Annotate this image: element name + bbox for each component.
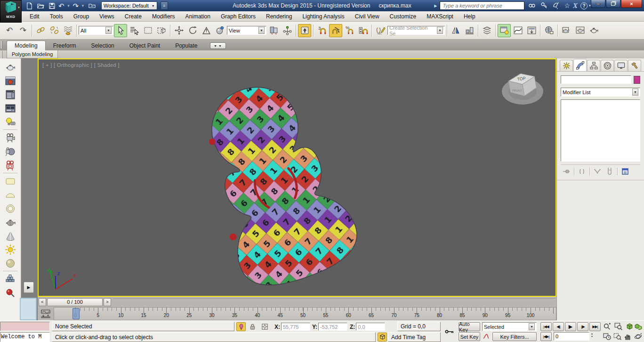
snaps-toggle-3d-icon[interactable]: 3 [315, 24, 329, 37]
render-setup-dialog-icon[interactable] [2, 88, 18, 101]
edit-named-selection-sets-icon[interactable]: {}ABC [374, 24, 387, 37]
communication-center-icon[interactable] [552, 1, 561, 10]
ribbon-tab-freeform[interactable]: Freeform [46, 41, 84, 50]
sign-in-key-icon[interactable] [539, 1, 549, 10]
x-coord-field[interactable] [281, 323, 310, 331]
workspace-dropdown[interactable]: Workspace: Default ▼ [101, 1, 157, 10]
auto-key-button[interactable]: Auto Key [459, 322, 480, 331]
select-and-rotate-icon[interactable] [186, 24, 199, 37]
macro-recorder-pane[interactable] [0, 322, 50, 331]
tab-utilities[interactable] [628, 60, 641, 71]
time-slider-prev-button[interactable]: < [39, 298, 46, 306]
search-input[interactable] [440, 1, 524, 10]
add-time-tag[interactable]: Add Time Tag [388, 332, 441, 342]
undo-scene-icon[interactable]: ↶ [3, 24, 16, 37]
select-and-manipulate-icon[interactable] [213, 24, 226, 37]
selection-lock-toggle[interactable] [248, 322, 257, 331]
z-coord-field[interactable] [356, 323, 385, 331]
modifier-list-dropdown[interactable]: Modifier List ▼ [561, 88, 640, 97]
violin-model[interactable] [184, 69, 366, 296]
frame-spinner-down-icon[interactable]: ▼ [591, 335, 593, 338]
current-frame-field[interactable] [554, 332, 589, 341]
select-by-name-icon[interactable] [128, 24, 141, 37]
object-color-swatch[interactable] [634, 76, 640, 84]
orbit-view-icon[interactable] [633, 332, 644, 341]
window-crossing-toggle-icon[interactable] [155, 24, 168, 37]
zoom-tool-icon[interactable] [602, 322, 612, 331]
menu-animation[interactable]: Animation [180, 13, 216, 20]
reference-coordinate-dropdown[interactable]: View ▼ [227, 26, 266, 35]
viewcube[interactable]: TOP FRONT [498, 66, 547, 109]
tab-motion[interactable] [601, 60, 614, 71]
redo-scene-icon[interactable]: ↷ [16, 24, 30, 37]
time-configuration-icon[interactable] [602, 332, 612, 341]
ribbon-tab-object-paint[interactable]: Object Paint [122, 41, 168, 50]
rectangular-selection-region-icon[interactable] [141, 24, 154, 37]
restore-button[interactable] [606, 0, 620, 8]
sun-light-icon[interactable] [2, 243, 18, 256]
menu-group[interactable]: Group [68, 13, 94, 20]
mini-listener-pane[interactable]: Welcome to M [0, 332, 50, 342]
time-tag-cube-icon[interactable] [378, 333, 387, 342]
ribbon-tab-modeling[interactable]: Modeling [7, 41, 46, 50]
plane-primitive-icon[interactable] [2, 174, 18, 188]
cone-primitive-icon[interactable] [2, 229, 18, 243]
default-in-out-tangents-icon[interactable] [481, 332, 491, 341]
search-collapse-icon[interactable]: ▶ [434, 4, 437, 8]
named-selection-sets-dropdown[interactable]: Create Selection Se ▼ [387, 26, 445, 35]
redo-icon[interactable]: ↷ [73, 2, 79, 9]
show-end-result-icon[interactable] [576, 167, 588, 176]
previous-frame-button[interactable]: ◀|| [553, 322, 564, 331]
open-file-icon[interactable] [36, 1, 45, 10]
timeline-playhead[interactable] [72, 308, 80, 319]
new-file-icon[interactable] [24, 1, 34, 10]
selection-filter-dropdown[interactable]: All ▼ [79, 26, 113, 35]
viewport-orthographic[interactable]: [ + ] [ Orthographic ] [ Shaded ] 123456… [38, 58, 556, 297]
menu-tools[interactable]: Tools [45, 13, 68, 20]
make-unique-icon[interactable] [592, 167, 603, 176]
schematic-view-icon[interactable] [525, 24, 538, 37]
menu-views[interactable]: Views [94, 13, 120, 20]
field-of-view-region-icon[interactable] [612, 332, 623, 341]
scene-canvas[interactable]: 1234567812345678123456781234567812345678… [39, 59, 555, 296]
select-and-link-icon[interactable] [34, 24, 47, 37]
time-slider-next-button[interactable]: > [104, 298, 111, 306]
set-key-button[interactable]: Set Key [459, 332, 480, 341]
next-frame-button[interactable]: ||▶ [577, 322, 588, 331]
teapot-primitive-icon[interactable] [2, 215, 18, 229]
key-filters-button[interactable]: Key Filters... [492, 332, 537, 341]
redo-flyout-arrow[interactable]: ▼ [81, 4, 85, 8]
environment-dialog-icon[interactable] [2, 101, 18, 115]
polygon-modeling-panel-tab[interactable]: Polygon Modeling [7, 50, 58, 58]
left-strip-expand-button[interactable]: ▶ [24, 282, 34, 293]
remove-modifier-icon[interactable] [604, 167, 615, 176]
select-and-move-icon[interactable] [172, 24, 185, 37]
align-icon[interactable] [463, 24, 476, 37]
free-camera-icon[interactable] [2, 131, 18, 145]
menu-maxscript[interactable]: MAXScript [421, 13, 459, 20]
render-setup-icon[interactable] [542, 24, 555, 37]
tab-create[interactable] [560, 60, 573, 71]
menu-civil-view[interactable]: Civil View [350, 13, 385, 20]
physical-camera-icon[interactable] [2, 158, 18, 172]
y-coord-field[interactable] [318, 323, 347, 331]
menu-customize[interactable]: Customize [385, 13, 422, 20]
ribbon-minimize-button[interactable]: ▼ ▼ [210, 42, 226, 49]
search-icon[interactable] [527, 1, 537, 10]
time-slider-handle[interactable]: 0 / 100 [47, 298, 103, 306]
exchange-apps-icon[interactable]: X [573, 2, 578, 10]
empty-toolbar-slot[interactable] [20, 298, 37, 320]
mirror-icon[interactable] [449, 24, 462, 37]
minimize-button[interactable] [591, 0, 605, 8]
light-lister-icon[interactable] [2, 115, 18, 129]
frame-spinner[interactable]: ▲ ▼ [591, 332, 593, 338]
tab-hierarchy[interactable] [587, 60, 600, 71]
zoom-all-icon[interactable] [613, 322, 624, 331]
menu-rendering[interactable]: Rendering [261, 13, 297, 20]
ring-primitive-icon[interactable] [2, 202, 18, 215]
favorites-star-icon[interactable]: ☆ [564, 2, 570, 9]
pin-stack-icon[interactable] [561, 167, 572, 176]
material-editor-icon[interactable] [498, 24, 511, 37]
render-teapot-icon[interactable] [2, 60, 18, 74]
keyboard-shortcut-override-toggle[interactable] [298, 24, 311, 37]
